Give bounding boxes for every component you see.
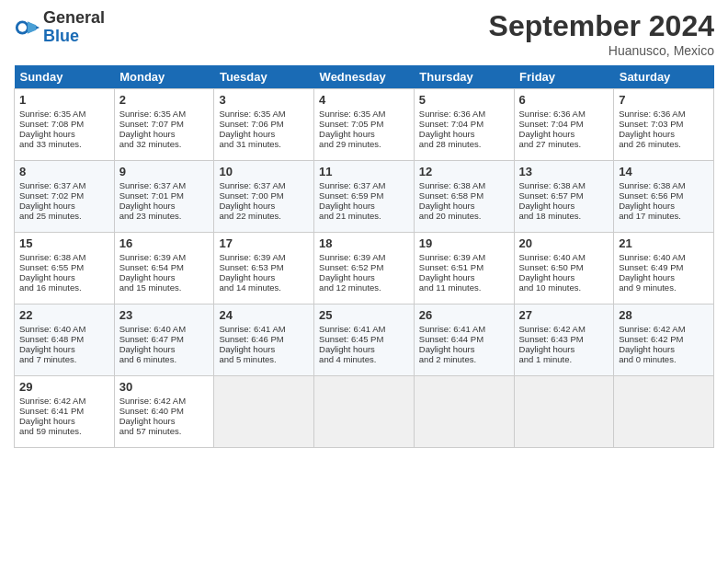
sunrise-info: Sunrise: 6:41 AM [319, 324, 385, 334]
daylight-label: Daylight hours [619, 344, 675, 354]
sunset-info: Sunset: 6:50 PM [519, 262, 584, 272]
calendar-cell: 30 Sunrise: 6:42 AM Sunset: 6:40 PM Dayl… [114, 376, 214, 448]
sunset-info: Sunset: 7:00 PM [219, 190, 283, 201]
calendar-cell: 14 Sunrise: 6:38 AM Sunset: 6:56 PM Dayl… [614, 161, 714, 233]
daylight-label: Daylight hours [19, 272, 75, 282]
logo: General Blue [14, 9, 105, 46]
sunset-info: Sunset: 7:04 PM [519, 119, 584, 129]
sunset-info: Sunset: 6:43 PM [519, 334, 584, 344]
sunrise-info: Sunrise: 6:36 AM [519, 109, 586, 119]
col-monday: Monday [114, 65, 214, 89]
day-number: 12 [419, 165, 509, 178]
sunrise-info: Sunrise: 6:42 AM [19, 396, 85, 406]
day-number: 24 [219, 308, 309, 322]
calendar-cell: 13 Sunrise: 6:38 AM Sunset: 6:57 PM Dayl… [514, 161, 614, 233]
sunset-info: Sunset: 6:54 PM [119, 262, 184, 272]
daylight-duration: and 11 minutes. [419, 282, 482, 293]
daylight-label: Daylight hours [119, 416, 176, 426]
daylight-label: Daylight hours [419, 129, 475, 139]
sunset-info: Sunset: 6:47 PM [119, 334, 184, 344]
sunrise-info: Sunrise: 6:39 AM [219, 252, 285, 262]
daylight-label: Daylight hours [119, 201, 176, 211]
sunrise-info: Sunrise: 6:39 AM [119, 252, 186, 262]
sunset-info: Sunset: 6:44 PM [419, 334, 483, 344]
calendar-cell: 15 Sunrise: 6:38 AM Sunset: 6:55 PM Dayl… [15, 233, 115, 304]
daylight-label: Daylight hours [619, 201, 675, 211]
calendar-cell [614, 376, 714, 448]
sunset-info: Sunset: 6:55 PM [19, 262, 84, 272]
sunset-info: Sunset: 7:03 PM [619, 119, 683, 129]
daylight-label: Daylight hours [319, 272, 375, 282]
daylight-duration: and 25 minutes. [19, 211, 82, 221]
daylight-label: Daylight hours [519, 272, 575, 282]
sunset-info: Sunset: 7:05 PM [319, 119, 383, 129]
calendar-cell: 23 Sunrise: 6:40 AM Sunset: 6:47 PM Dayl… [114, 304, 214, 376]
sunrise-info: Sunrise: 6:38 AM [19, 252, 85, 262]
daylight-duration: and 57 minutes. [119, 426, 182, 436]
daylight-duration: and 29 minutes. [319, 139, 381, 149]
calendar-cell: 20 Sunrise: 6:40 AM Sunset: 6:50 PM Dayl… [514, 233, 614, 304]
col-tuesday: Tuesday [214, 65, 314, 89]
col-wednesday: Wednesday [314, 65, 415, 89]
calendar-cell: 19 Sunrise: 6:39 AM Sunset: 6:51 PM Dayl… [414, 233, 514, 304]
day-number: 19 [419, 236, 509, 250]
sunrise-info: Sunrise: 6:37 AM [219, 180, 285, 190]
daylight-duration: and 22 minutes. [219, 211, 281, 221]
calendar-cell [514, 376, 614, 448]
sunset-info: Sunset: 7:08 PM [19, 119, 84, 129]
daylight-label: Daylight hours [19, 416, 75, 426]
daylight-duration: and 26 minutes. [619, 139, 681, 149]
sunset-info: Sunset: 7:02 PM [19, 190, 84, 201]
col-friday: Friday [514, 65, 614, 89]
sunset-info: Sunset: 6:40 PM [119, 406, 184, 416]
sunrise-info: Sunrise: 6:36 AM [419, 109, 485, 119]
daylight-duration: and 12 minutes. [319, 282, 381, 293]
sunset-info: Sunset: 6:48 PM [19, 334, 84, 344]
sunrise-info: Sunrise: 6:35 AM [219, 109, 285, 119]
sunrise-info: Sunrise: 6:42 AM [619, 324, 685, 334]
calendar-cell: 9 Sunrise: 6:37 AM Sunset: 7:01 PM Dayli… [114, 161, 214, 233]
calendar-cell: 18 Sunrise: 6:39 AM Sunset: 6:52 PM Dayl… [314, 233, 415, 304]
daylight-duration: and 23 minutes. [119, 211, 182, 221]
calendar-cell: 22 Sunrise: 6:40 AM Sunset: 6:48 PM Dayl… [15, 304, 115, 376]
daylight-label: Daylight hours [419, 272, 475, 282]
calendar-cell: 8 Sunrise: 6:37 AM Sunset: 7:02 PM Dayli… [15, 161, 115, 233]
daylight-label: Daylight hours [119, 129, 176, 139]
sunset-info: Sunset: 6:51 PM [419, 262, 483, 272]
calendar-cell: 11 Sunrise: 6:37 AM Sunset: 6:59 PM Dayl… [314, 161, 415, 233]
day-number: 5 [419, 93, 509, 107]
sunset-info: Sunset: 7:01 PM [119, 190, 184, 201]
daylight-duration: and 15 minutes. [119, 282, 182, 293]
day-number: 14 [619, 165, 709, 178]
sunset-info: Sunset: 6:56 PM [619, 190, 683, 201]
sunrise-info: Sunrise: 6:40 AM [119, 324, 186, 334]
day-number: 1 [19, 93, 109, 107]
day-number: 6 [519, 93, 609, 107]
sunset-info: Sunset: 7:07 PM [119, 119, 184, 129]
day-number: 16 [119, 236, 210, 250]
sunrise-info: Sunrise: 6:42 AM [519, 324, 586, 334]
daylight-label: Daylight hours [119, 272, 176, 282]
calendar-week-2: 8 Sunrise: 6:37 AM Sunset: 7:02 PM Dayli… [15, 161, 714, 233]
daylight-duration: and 6 minutes. [119, 354, 176, 364]
calendar-cell: 17 Sunrise: 6:39 AM Sunset: 6:53 PM Dayl… [214, 233, 314, 304]
col-saturday: Saturday [614, 65, 714, 89]
daylight-duration: and 18 minutes. [519, 211, 582, 221]
sunrise-info: Sunrise: 6:35 AM [119, 109, 186, 119]
daylight-duration: and 14 minutes. [219, 282, 281, 293]
calendar-cell: 2 Sunrise: 6:35 AM Sunset: 7:07 PM Dayli… [114, 89, 214, 161]
daylight-duration: and 4 minutes. [319, 354, 376, 364]
daylight-duration: and 21 minutes. [319, 211, 381, 221]
day-number: 3 [219, 93, 309, 107]
daylight-label: Daylight hours [219, 272, 275, 282]
daylight-label: Daylight hours [519, 201, 575, 211]
daylight-duration: and 1 minute. [519, 354, 573, 364]
main-container: General Blue September 2024 Huanusco, Me… [0, 0, 728, 457]
day-number: 9 [119, 165, 210, 178]
calendar-cell [414, 376, 514, 448]
daylight-label: Daylight hours [19, 344, 75, 354]
calendar-cell: 12 Sunrise: 6:38 AM Sunset: 6:58 PM Dayl… [414, 161, 514, 233]
calendar-week-1: 1 Sunrise: 6:35 AM Sunset: 7:08 PM Dayli… [15, 89, 714, 161]
sunrise-info: Sunrise: 6:35 AM [319, 109, 385, 119]
daylight-duration: and 17 minutes. [619, 211, 681, 221]
